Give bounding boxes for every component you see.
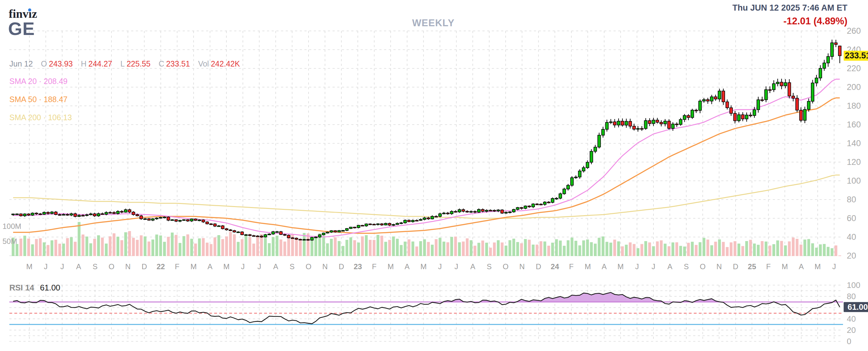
svg-text:M: M bbox=[618, 262, 624, 271]
legend-sma200: SMA 200 · 106.13 bbox=[9, 113, 72, 122]
quote-open: O243.93 bbox=[41, 59, 73, 68]
rsi-axis: 0204080100 bbox=[847, 280, 860, 346]
svg-text:O: O bbox=[108, 262, 115, 271]
svg-text:N: N bbox=[717, 262, 722, 271]
svg-text:A: A bbox=[76, 262, 81, 271]
svg-text:200: 200 bbox=[847, 83, 861, 92]
svg-text:S: S bbox=[487, 262, 492, 271]
svg-text:A: A bbox=[273, 262, 278, 271]
svg-text:40: 40 bbox=[847, 314, 856, 323]
svg-text:120: 120 bbox=[847, 157, 861, 167]
quote-date: Jun 12 bbox=[9, 59, 33, 68]
svg-text:J: J bbox=[257, 262, 261, 271]
svg-text:233.51: 233.51 bbox=[845, 51, 868, 60]
svg-text:J: J bbox=[455, 262, 458, 271]
svg-text:J: J bbox=[635, 262, 639, 271]
svg-text:61.00: 61.00 bbox=[847, 302, 868, 312]
svg-text:140: 140 bbox=[847, 139, 861, 148]
svg-text:J: J bbox=[438, 262, 442, 271]
svg-text:80: 80 bbox=[847, 195, 856, 204]
finviz-logo-dot-icon bbox=[28, 8, 31, 11]
stock-chart-canvas[interactable]: 20406080100120140160180200220240260233.5… bbox=[0, 0, 868, 351]
sma20-line bbox=[13, 79, 840, 237]
price-change: -12.01 (4.89%) bbox=[783, 15, 847, 27]
svg-text:100: 100 bbox=[847, 176, 861, 186]
svg-text:M: M bbox=[190, 262, 197, 271]
svg-text:100: 100 bbox=[847, 280, 860, 290]
svg-text:50M: 50M bbox=[2, 237, 17, 246]
quote-volume: Vol242.42K bbox=[198, 59, 240, 68]
svg-text:A: A bbox=[208, 262, 213, 271]
svg-text:O: O bbox=[306, 262, 312, 271]
ohlc-quote-row: Jun 12 O243.93 H244.27 L225.55 C233.51 V… bbox=[9, 59, 240, 68]
svg-text:100M: 100M bbox=[2, 222, 21, 230]
quote-close: C233.51 bbox=[159, 59, 190, 68]
svg-text:0: 0 bbox=[847, 337, 851, 346]
ticker-symbol: GE bbox=[8, 18, 35, 39]
quote-datetime: Thu JUN 12 2025 7:46 AM ET bbox=[733, 3, 847, 13]
svg-text:A: A bbox=[799, 262, 804, 271]
svg-text:O: O bbox=[700, 262, 706, 271]
svg-text:F: F bbox=[766, 262, 771, 271]
svg-text:D: D bbox=[536, 262, 541, 271]
svg-text:S: S bbox=[684, 262, 689, 271]
svg-text:M: M bbox=[26, 262, 32, 271]
svg-text:D: D bbox=[733, 262, 738, 271]
svg-text:A: A bbox=[667, 262, 672, 271]
svg-text:F: F bbox=[569, 262, 574, 271]
svg-text:80: 80 bbox=[847, 292, 856, 301]
svg-text:24: 24 bbox=[551, 262, 559, 271]
svg-text:F: F bbox=[372, 262, 377, 271]
svg-text:A: A bbox=[405, 262, 410, 271]
svg-text:J: J bbox=[44, 262, 48, 271]
svg-text:J: J bbox=[241, 262, 245, 271]
sma200-line bbox=[13, 175, 840, 218]
finviz-chart-page: 20406080100120140160180200220240260233.5… bbox=[0, 0, 868, 351]
svg-text:23: 23 bbox=[354, 262, 362, 271]
svg-text:O: O bbox=[503, 262, 508, 271]
svg-text:N: N bbox=[519, 262, 525, 271]
svg-text:20: 20 bbox=[847, 251, 856, 260]
svg-text:S: S bbox=[290, 262, 295, 271]
timeframe-label: WEEKLY bbox=[402, 18, 465, 29]
svg-text:M: M bbox=[815, 262, 821, 271]
svg-text:220: 220 bbox=[847, 64, 861, 73]
svg-text:A: A bbox=[470, 262, 475, 271]
gridlines bbox=[9, 31, 843, 341]
svg-text:160: 160 bbox=[847, 120, 861, 129]
volume-bars bbox=[12, 222, 841, 256]
legend-sma20: SMA 20 · 208.49 bbox=[9, 77, 67, 86]
legend-sma50: SMA 50 · 188.47 bbox=[9, 95, 67, 104]
sma50-line bbox=[13, 98, 840, 233]
svg-text:25: 25 bbox=[748, 262, 756, 271]
svg-text:F: F bbox=[175, 262, 180, 271]
svg-text:RSI 14: RSI 14 bbox=[9, 283, 34, 292]
rsi-value-badge: 61.00 bbox=[844, 302, 868, 312]
current-price-badge: 233.51 bbox=[844, 51, 868, 61]
svg-text:M: M bbox=[585, 262, 591, 271]
svg-text:40: 40 bbox=[847, 232, 856, 242]
price-axis: 20406080100120140160180200220240260 bbox=[847, 26, 861, 260]
svg-text:J: J bbox=[832, 262, 836, 271]
svg-text:N: N bbox=[322, 262, 328, 271]
svg-text:60: 60 bbox=[847, 214, 856, 223]
svg-text:D: D bbox=[142, 262, 147, 271]
svg-text:M: M bbox=[223, 262, 229, 271]
svg-text:22: 22 bbox=[156, 262, 165, 271]
svg-text:J: J bbox=[60, 262, 64, 271]
svg-text:M: M bbox=[420, 262, 427, 271]
quote-low: L225.55 bbox=[121, 59, 151, 68]
svg-text:M: M bbox=[782, 262, 788, 271]
svg-text:20: 20 bbox=[847, 325, 856, 335]
svg-text:61.00: 61.00 bbox=[40, 283, 60, 292]
svg-text:S: S bbox=[92, 262, 97, 271]
svg-text:N: N bbox=[125, 262, 130, 271]
svg-text:M: M bbox=[388, 262, 394, 271]
month-axis: MJJASOND22FMAMJJASOND23FMAMJJASOND24FMAM… bbox=[26, 262, 836, 271]
svg-text:J: J bbox=[652, 262, 655, 271]
svg-text:A: A bbox=[602, 262, 607, 271]
svg-text:D: D bbox=[339, 262, 344, 271]
candlesticks bbox=[12, 40, 841, 241]
svg-text:260: 260 bbox=[847, 26, 861, 36]
quote-high: H244.27 bbox=[81, 59, 113, 68]
